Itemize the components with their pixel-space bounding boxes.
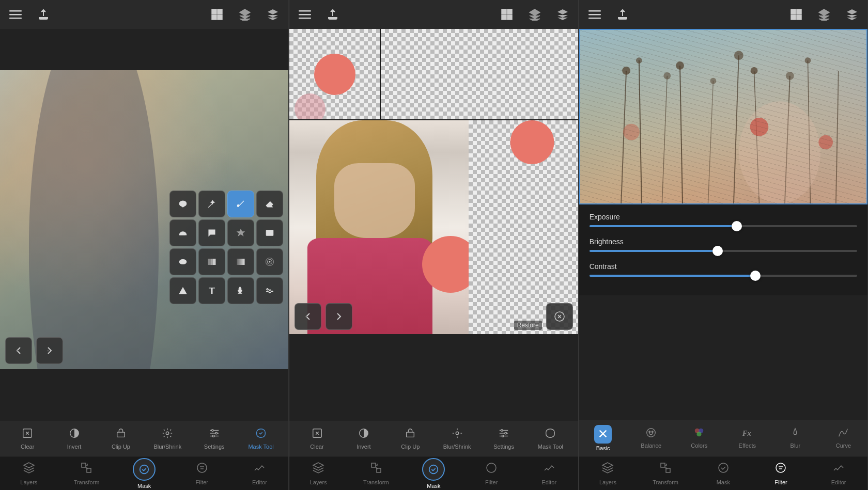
contrast-thumb[interactable] xyxy=(750,271,761,281)
share-icon-2[interactable] xyxy=(323,5,342,24)
next-button[interactable] xyxy=(36,337,63,364)
svg-point-74 xyxy=(429,465,438,473)
settings-tool[interactable]: Settings xyxy=(199,428,230,450)
thumbnail-1[interactable] xyxy=(289,29,380,119)
prev-button-2[interactable] xyxy=(295,303,321,330)
tab-transform-1[interactable]: Transform xyxy=(68,462,104,485)
svg-point-99 xyxy=(710,78,716,84)
eraser-tool[interactable] xyxy=(256,191,283,217)
filter-tab-curve[interactable]: Curve xyxy=(828,427,859,449)
blur-shrink-tool-2[interactable]: Blur/Shrink xyxy=(442,428,473,450)
spade-tool[interactable] xyxy=(227,277,254,304)
linear-gradient2-tool[interactable] xyxy=(227,248,254,275)
tab-editor-3[interactable]: Editor xyxy=(820,462,857,485)
exposure-fill xyxy=(590,225,737,227)
svg-rect-41 xyxy=(82,463,86,467)
brightness-track[interactable] xyxy=(590,250,857,252)
tab-editor-2[interactable]: Editor xyxy=(531,462,567,485)
rainbow-tool[interactable] xyxy=(169,219,196,246)
layers-outline-icon[interactable] xyxy=(236,5,254,24)
svg-rect-47 xyxy=(299,18,311,19)
bubble-tool[interactable] xyxy=(198,219,225,246)
menu-icon[interactable] xyxy=(6,5,25,24)
adjustments-area: Exposure Brightness Contrast xyxy=(579,204,867,420)
tab-layers-2[interactable]: Layers xyxy=(300,462,336,485)
svg-point-100 xyxy=(734,51,743,60)
mask-tool-btn[interactable]: Mask Tool xyxy=(245,428,276,450)
menu-icon-2[interactable] xyxy=(296,5,314,24)
tab-filter-3[interactable]: Filter xyxy=(763,462,799,485)
layers-outline-icon-2[interactable] xyxy=(525,5,544,24)
tab-mask-1[interactable]: Mask xyxy=(126,458,162,489)
filter-tab-colors[interactable]: Colors xyxy=(684,427,715,449)
invert-tool-2[interactable]: Invert xyxy=(348,428,379,450)
layers-outline-icon-3[interactable] xyxy=(815,5,833,24)
svg-point-101 xyxy=(750,67,757,74)
svg-rect-15 xyxy=(237,259,245,265)
menu-icon-3[interactable] xyxy=(585,5,604,24)
filter-tab-basic[interactable]: Basic xyxy=(587,425,618,451)
contrast-track[interactable] xyxy=(590,275,857,277)
svg-point-7 xyxy=(182,203,184,205)
clear-tool-2[interactable]: Clear xyxy=(302,428,333,450)
clear-tool[interactable]: Clear xyxy=(12,428,43,450)
svg-rect-5 xyxy=(212,15,216,20)
svg-point-97 xyxy=(663,72,671,80)
tab-mask-3[interactable]: Mask xyxy=(705,462,741,485)
blur-shrink-tool[interactable]: Blur/Shrink xyxy=(152,428,183,450)
filter-tab-balance[interactable]: Balance xyxy=(636,427,667,449)
tab-editor-1[interactable]: Editor xyxy=(241,462,277,485)
invert-tool[interactable]: Invert xyxy=(59,428,90,450)
radial-gradient-tool[interactable] xyxy=(256,248,283,275)
prev-button[interactable] xyxy=(5,337,32,364)
colors-icon xyxy=(693,427,705,441)
svg-point-104 xyxy=(739,101,820,203)
editor-tab-label-3: Editor xyxy=(831,479,846,485)
exposure-thumb[interactable] xyxy=(732,221,742,231)
svg-rect-13 xyxy=(211,259,213,265)
canvas-area-1[interactable] xyxy=(0,29,288,421)
canvas-area-2[interactable]: Restore xyxy=(289,29,578,421)
tab-transform-3[interactable]: Transform xyxy=(647,462,684,485)
contrast-slider-row: Contrast xyxy=(590,262,857,277)
mask-edit-area[interactable] xyxy=(289,120,578,334)
grid-icon-3[interactable] xyxy=(787,5,805,24)
thumbnail-2[interactable] xyxy=(381,29,578,119)
linear-gradient-tool[interactable] xyxy=(198,248,225,275)
filter-tab-effects[interactable]: Fx Effects xyxy=(732,427,763,449)
tab-layers-3[interactable]: Layers xyxy=(590,462,626,485)
clip-up-icon xyxy=(115,428,127,441)
clip-up-tool[interactable]: Clip Up xyxy=(105,428,136,450)
wave-tool[interactable] xyxy=(256,277,283,304)
magic-wand-tool[interactable] xyxy=(198,191,225,217)
triangle-tool[interactable] xyxy=(169,277,196,304)
bottom-toolbar-2: Clear Invert Clip Up Blur/Shrink Setting… xyxy=(289,421,578,456)
layers-filled-icon[interactable] xyxy=(264,5,282,24)
restore-button[interactable] xyxy=(546,303,573,330)
ellipse-tool[interactable] xyxy=(169,248,196,275)
tab-layers-1[interactable]: Layers xyxy=(11,462,47,485)
layers-filled-icon-3[interactable] xyxy=(843,5,861,24)
layers-filled-icon-2[interactable] xyxy=(553,5,572,24)
settings-tool-2[interactable]: Settings xyxy=(488,428,519,450)
next-button-2[interactable] xyxy=(326,303,352,330)
tab-filter-2[interactable]: Filter xyxy=(473,462,509,485)
clip-up-tool-2[interactable]: Clip Up xyxy=(395,428,426,450)
mask-tool-btn-2[interactable]: Mask Tool xyxy=(535,428,566,450)
lasso-tool[interactable] xyxy=(169,191,196,217)
exposure-track[interactable] xyxy=(590,225,857,227)
grid-icon[interactable] xyxy=(208,5,226,24)
tab-transform-2[interactable]: Transform xyxy=(358,462,394,485)
shape-tool[interactable] xyxy=(227,219,254,246)
tab-mask-2[interactable]: Mask xyxy=(415,458,452,489)
grid-icon-2[interactable] xyxy=(498,5,516,24)
brightness-thumb[interactable] xyxy=(712,246,723,256)
rect-tool[interactable] xyxy=(256,219,283,246)
share-icon-3[interactable] xyxy=(613,5,632,24)
text-tool[interactable] xyxy=(198,277,225,304)
brush-tool[interactable] xyxy=(227,191,254,217)
tab-filter-1[interactable]: Filter xyxy=(184,462,220,485)
svg-point-110 xyxy=(647,429,656,437)
filter-tab-blur[interactable]: Blur xyxy=(780,427,811,449)
share-icon[interactable] xyxy=(34,5,53,24)
